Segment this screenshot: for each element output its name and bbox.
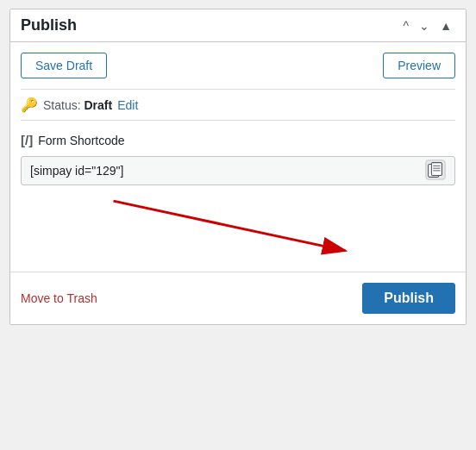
save-draft-button[interactable]: Save Draft xyxy=(21,53,107,78)
red-arrow-svg xyxy=(10,192,466,261)
status-row: 🔑 Status: Draft Edit xyxy=(21,89,455,120)
arrow-area xyxy=(10,192,466,261)
trash-link[interactable]: Move to Trash xyxy=(21,291,97,305)
publish-button[interactable]: Publish xyxy=(362,283,455,314)
status-edit-link[interactable]: Edit xyxy=(117,98,138,112)
key-icon: 🔑 xyxy=(21,97,38,113)
shortcode-label: Form Shortcode xyxy=(38,134,124,147)
shortcode-input-wrapper xyxy=(21,156,455,185)
widget-footer: Move to Trash Publish xyxy=(10,272,466,324)
status-label: Status: Draft xyxy=(43,98,112,112)
publish-widget: Publish ^ ⌄ ▲ Save Draft Preview 🔑 Statu… xyxy=(9,9,467,325)
header-controls: ^ ⌄ ▲ xyxy=(400,18,455,34)
shortcode-section: [/] Form Shortcode xyxy=(21,120,455,192)
widget-title: Publish xyxy=(21,16,77,34)
shortcode-header: [/] Form Shortcode xyxy=(21,133,455,147)
preview-button[interactable]: Preview xyxy=(383,53,455,78)
svg-rect-2 xyxy=(431,162,442,175)
copy-icon xyxy=(424,159,447,181)
status-value: Draft xyxy=(84,98,112,112)
action-row: Save Draft Preview xyxy=(21,53,455,78)
widget-body: Save Draft Preview 🔑 Status: Draft Edit … xyxy=(10,42,466,272)
shortcode-input[interactable] xyxy=(21,156,455,185)
collapse-down-button[interactable]: ⌄ xyxy=(416,18,433,34)
svg-line-7 xyxy=(114,201,346,251)
copy-shortcode-button[interactable] xyxy=(423,157,448,185)
detach-button[interactable]: ▲ xyxy=(436,18,455,34)
widget-header: Publish ^ ⌄ ▲ xyxy=(10,9,466,42)
shortcode-bracket-icon: [/] xyxy=(21,133,33,147)
collapse-up-button[interactable]: ^ xyxy=(400,18,413,34)
